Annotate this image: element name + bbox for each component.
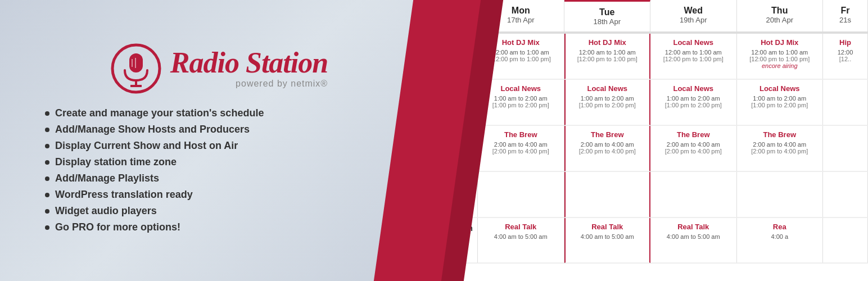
feature-item: Create and manage your station's schedul… — [45, 107, 264, 119]
day-header-fri: Fr 21s — [823, 0, 868, 33]
cell-thu-3am — [737, 172, 824, 217]
cell-wed-3am — [650, 172, 737, 217]
feature-item: Add/Manage Show Hosts and Producers — [45, 124, 264, 135]
cell-wed-2am: The Brew 2:00 am to 4:00 am [2:00 pm to … — [650, 126, 737, 171]
cell-wed-1am: Local News 1:00 am to 2:00 am [1:00 pm t… — [650, 80, 737, 125]
cell-wed-4am: Real Talk 4:00 am to 5:00 am — [650, 218, 737, 263]
cell-tue-3am — [564, 172, 651, 217]
cell-fri-4am — [823, 218, 868, 263]
logo-area: Radio Station powered by netmix® — [111, 43, 328, 94]
feature-item: Add/Manage Playlists — [45, 173, 264, 184]
cell-tue-12am: Hot DJ Mix 12:00 am to 1:00 am [12:00 pm… — [564, 34, 651, 79]
cell-fri-3am — [823, 172, 868, 217]
bullet-icon — [45, 160, 49, 165]
cell-mon-4am: Real Talk 4:00 am to 5:00 am — [478, 218, 564, 263]
day-header-wed: Wed 19th Apr — [650, 0, 737, 33]
brand-text: Radio Station powered by netmix® — [170, 48, 328, 89]
feature-item: Display Current Show and Host on Air — [45, 140, 264, 152]
day-header-thu: Thu 20th Apr — [737, 0, 824, 33]
schedule-panel: « » Mon 17th Apr Tue 18th Apr Wed 19th A… — [438, 0, 868, 281]
brand-title: Radio Station — [170, 48, 328, 78]
feature-item: WordPress translation ready — [45, 189, 264, 201]
bullet-icon — [45, 176, 49, 181]
bullet-icon — [45, 225, 49, 230]
cell-fri-12am: Hip 12:00 [12.. — [823, 34, 868, 79]
cell-mon-3am — [478, 172, 564, 217]
cell-thu-4am: Rea 4:00 a — [737, 218, 824, 263]
cell-mon-2am: The Brew 2:00 am to 4:00 am [2:00 pm to … — [478, 126, 564, 171]
brand-subtitle: powered by netmix® — [170, 79, 328, 89]
cell-thu-1am: Local News 1:00 am to 2:00 am [1:00 pm t… — [737, 80, 824, 125]
cell-tue-1am: Local News 1:00 am to 2:00 am [1:00 pm t… — [564, 80, 651, 125]
cell-fri-2am — [823, 126, 868, 171]
mic-icon — [111, 43, 161, 94]
bullet-icon — [45, 144, 49, 148]
cell-thu-12am: Hot DJ Mix 12:00 am to 1:00 am [12:00 pm… — [737, 34, 824, 79]
feature-item: Display station time zone — [45, 156, 264, 168]
cell-fri-1am — [823, 80, 868, 125]
bullet-icon — [45, 193, 49, 197]
left-panel: Radio Station powered by netmix® Create … — [0, 0, 438, 281]
cell-tue-2am: The Brew 2:00 am to 4:00 am [2:00 pm to … — [564, 126, 651, 171]
feature-item: Widget audio players — [45, 205, 264, 217]
day-header-tue: Tue 18th Apr — [564, 0, 651, 33]
bullet-icon — [45, 111, 49, 116]
cell-wed-12am: Local News 12:00 am to 1:00 am [12:00 pm… — [650, 34, 737, 79]
features-list: Create and manage your station's schedul… — [45, 107, 264, 238]
feature-item: Go PRO for more options! — [45, 221, 264, 233]
bullet-icon — [45, 209, 49, 214]
cell-thu-2am: The Brew 2:00 am to 4:00 am [2:00 pm to … — [737, 126, 824, 171]
cell-tue-4am: Real Talk 4:00 am to 5:00 am — [564, 218, 651, 263]
bullet-icon — [45, 128, 49, 132]
